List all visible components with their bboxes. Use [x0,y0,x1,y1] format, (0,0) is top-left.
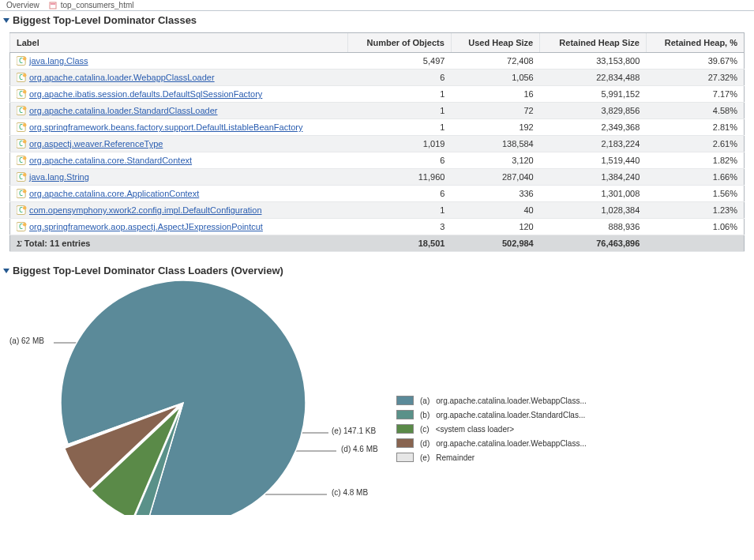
cell-pct: 7.17% [646,86,744,103]
section-dominator-classes-header[interactable]: Biggest Top-Level Dominator Classes [0,11,754,29]
class-link[interactable]: org.apache.catalina.loader.StandardClass… [29,106,218,115]
legend-text: <system class loader> [436,425,633,434]
class-link[interactable]: org.springframework.aop.aspectj.AspectJE… [29,222,263,231]
legend-row: (b)org.apache.catalina.loader.StandardCl… [396,408,633,422]
cell-pct: 39.67% [646,53,744,70]
legend-text: org.apache.catalina.loader.StandardClas.… [436,411,633,419]
legend-row: (e)Remainder [396,450,633,464]
legend-swatch [396,424,414,434]
svg-point-28 [23,190,26,193]
cell-used: 3,120 [451,152,539,169]
cell-num: 1 [347,202,451,219]
cell-num: 3 [347,219,451,235]
svg-rect-1 [51,3,55,5]
table-row: Corg.springframework.aop.aspectj.AspectJ… [10,219,745,235]
class-icon: C [17,89,27,99]
svg-point-16 [23,123,26,126]
legend-letter: (d) [420,439,430,448]
cell-retained: 2,183,224 [540,136,647,152]
class-link[interactable]: org.springframework.beans.factory.suppor… [29,122,302,132]
tab-overview[interactable]: Overview [3,0,43,10]
legend-swatch [396,410,414,419]
cell-pct: 2.61% [646,136,744,152]
tab-top-consumers-label: top_consumers_html [61,1,134,9]
page-icon [49,2,58,9]
legend-letter: (c) [420,425,430,434]
svg-text:C: C [19,107,23,115]
table-row: Corg.apache.ibatis.session.defaults.Defa… [10,86,745,103]
class-link[interactable]: org.apache.ibatis.session.defaults.Defau… [29,89,262,99]
cell-num: 1 [347,103,451,119]
legend-swatch [396,438,414,448]
cell-used: 1,056 [451,70,539,86]
pie-callout-c: (c) 4.8 MB [332,488,368,497]
legend-letter: (e) [420,453,430,462]
cell-used: 72,408 [451,53,539,70]
col-num-objects[interactable]: Number of Objects [347,33,451,53]
class-link[interactable]: com.opensymphony.xwork2.config.impl.Defa… [29,205,262,215]
cell-pct: 4.58% [646,103,744,119]
svg-point-7 [23,73,26,77]
cell-retained: 1,384,240 [540,169,647,186]
class-link[interactable]: org.apache.catalina.core.StandardContext [29,156,192,165]
collapse-arrow-icon [3,18,9,23]
pie-callout-a: (a) 62 MB [9,336,44,345]
cell-used: 336 [451,186,539,202]
cell-num: 6 [347,70,451,86]
class-link[interactable]: java.lang.Class [29,56,88,66]
pie-legend: (a)org.apache.catalina.loader.WebappClas… [396,393,633,464]
class-icon: C [17,156,27,165]
class-link[interactable]: org.apache.catalina.core.ApplicationCont… [29,189,199,198]
cell-used: 72 [451,103,539,119]
cell-retained: 1,028,384 [540,202,647,219]
classloader-pie-panel: (a) 62 MB (e) 147.1 KB (d) 4.6 MB (c) 4.… [0,280,754,515]
svg-point-13 [23,107,26,110]
col-label[interactable]: Label [10,33,348,53]
pie-chart: (a) 62 MB (e) 147.1 KB (d) 4.6 MB (c) 4.… [9,286,396,515]
table-row: Corg.apache.catalina.loader.WebappClassL… [10,70,745,86]
svg-text:C: C [19,123,23,131]
class-link[interactable]: java.lang.String [29,172,89,182]
table-row: Corg.aspectj.weaver.ReferenceType1,01913… [10,136,745,152]
table-row: Cjava.lang.Class5,49772,40833,153,80039.… [10,53,745,70]
svg-text:C: C [19,156,23,164]
cell-pct: 1.23% [646,202,744,219]
svg-text:C: C [19,173,23,181]
cell-retained: 22,834,488 [540,70,647,86]
svg-point-22 [23,156,26,160]
col-retained-pct[interactable]: Retained Heap, % [646,33,744,53]
pie-svg [57,276,309,515]
cell-num: 11,960 [347,169,451,186]
cell-retained: 888,936 [540,219,647,235]
class-icon: C [17,56,27,66]
col-used-heap[interactable]: Used Heap Size [451,33,539,53]
legend-row: (a)org.apache.catalina.loader.WebappClas… [396,393,633,408]
class-link[interactable]: org.apache.catalina.loader.WebappClassLo… [29,73,215,82]
class-icon: C [17,139,27,148]
svg-text:C: C [19,90,23,98]
class-icon: C [17,106,27,115]
collapse-arrow-icon [3,269,9,273]
cell-used: 16 [451,86,539,103]
tab-top-consumers[interactable]: top_consumers_html [46,0,137,10]
dominator-classes-table: Label Number of Objects Used Heap Size R… [9,32,745,252]
class-icon: C [17,122,27,132]
svg-text:C: C [19,140,23,148]
tab-bar: Overview top_consumers_html [0,0,754,11]
class-link[interactable]: org.aspectj.weaver.ReferenceType [29,139,163,148]
cell-used: 138,584 [451,136,539,152]
table-total-row: Σ Total: 11 entries18,501502,98476,463,8… [10,235,745,252]
table-row: Corg.apache.catalina.core.ApplicationCon… [10,186,745,202]
legend-text: org.apache.catalina.loader.WebappClass..… [436,439,633,448]
svg-text:C: C [19,206,23,214]
svg-point-25 [23,173,26,176]
cell-pct: 1.66% [646,169,744,186]
svg-point-34 [23,223,26,226]
col-retained-heap[interactable]: Retained Heap Size [540,33,647,53]
legend-swatch [396,453,414,462]
table-row: Corg.springframework.beans.factory.suppo… [10,119,745,136]
svg-point-10 [23,90,26,93]
cell-pct: 1.56% [646,186,744,202]
svg-point-19 [23,140,26,143]
section-title: Biggest Top-Level Dominator Class Loader… [13,265,283,276]
